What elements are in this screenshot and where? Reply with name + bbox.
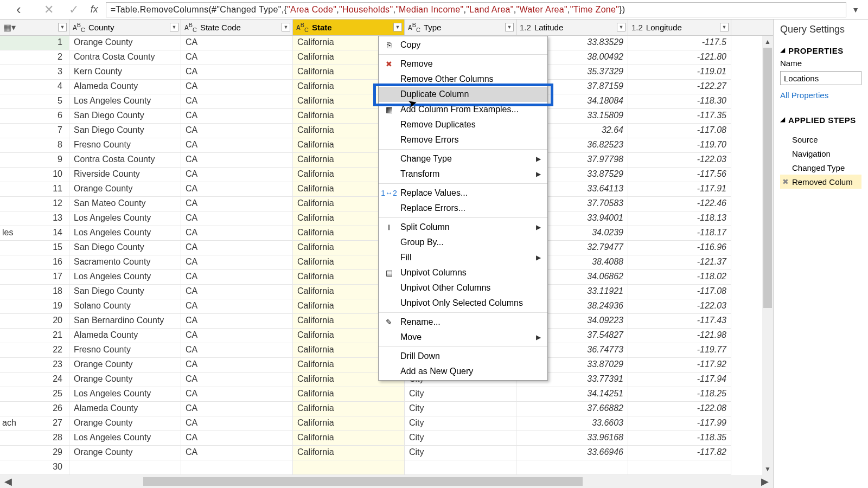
menu-unpivot[interactable]: ▤Unpivot Columns bbox=[379, 265, 547, 280]
cell-state-code[interactable]: CA bbox=[181, 446, 293, 460]
menu-split-column[interactable]: ⦀Split Column▶ bbox=[379, 220, 547, 235]
cell-longitude[interactable]: -122.03 bbox=[628, 299, 731, 314]
cell-longitude[interactable]: -122.08 bbox=[628, 402, 731, 416]
cell-county[interactable]: Riverside County bbox=[69, 168, 181, 182]
cell-state-code[interactable]: CA bbox=[181, 314, 293, 329]
collapse-icon[interactable]: ◢ bbox=[780, 46, 785, 54]
cell-county[interactable]: Orange County bbox=[69, 36, 181, 50]
menu-replace-errors[interactable]: Replace Errors... bbox=[379, 201, 547, 216]
cell-state[interactable]: California bbox=[293, 446, 405, 460]
formula-input[interactable]: = Table.RemoveColumns( #"Changed Type" ,… bbox=[106, 2, 846, 17]
cell-state-code[interactable]: CA bbox=[181, 50, 293, 65]
cell-longitude[interactable]: -117.08 bbox=[628, 124, 731, 138]
cell-county[interactable]: Los Angeles County bbox=[69, 94, 181, 109]
cell-state-code[interactable]: CA bbox=[181, 226, 293, 241]
cell-latitude[interactable]: 37.66882 bbox=[516, 402, 628, 416]
cell-state-code[interactable]: CA bbox=[181, 373, 293, 387]
cell-state-code[interactable] bbox=[181, 460, 293, 475]
applied-step[interactable]: Changed Type bbox=[780, 160, 861, 175]
filter-dropdown-icon[interactable]: ▼ bbox=[505, 23, 514, 31]
cell-state-code[interactable]: CA bbox=[181, 124, 293, 138]
cell-county[interactable]: Los Angeles County bbox=[69, 431, 181, 446]
cell-longitude[interactable]: -118.25 bbox=[628, 387, 731, 402]
cell-county[interactable]: Los Angeles County bbox=[69, 270, 181, 285]
cell-county[interactable]: Los Angeles County bbox=[69, 226, 181, 241]
scroll-left-icon[interactable]: ◀ bbox=[4, 476, 12, 487]
collapse-icon[interactable]: ◢ bbox=[780, 115, 785, 123]
cell-longitude[interactable]: -118.17 bbox=[628, 226, 731, 241]
cell-longitude[interactable]: -117.91 bbox=[628, 182, 731, 197]
cell-state-code[interactable]: CA bbox=[181, 358, 293, 373]
cell-state-code[interactable]: CA bbox=[181, 197, 293, 211]
cell-county[interactable]: San Bernardino County bbox=[69, 314, 181, 329]
column-latitude[interactable]: 1.2Latitude▼ bbox=[516, 20, 628, 35]
cell-state-code[interactable]: CA bbox=[181, 211, 293, 226]
cell-state-code[interactable]: CA bbox=[181, 168, 293, 182]
cell-county[interactable]: Orange County bbox=[69, 416, 181, 431]
cell-longitude[interactable]: -117.08 bbox=[628, 285, 731, 299]
scroll-thumb[interactable] bbox=[143, 477, 583, 486]
applied-step[interactable]: Navigation bbox=[780, 146, 861, 160]
cell-latitude[interactable]: 33.6603 bbox=[516, 416, 628, 431]
cell-state[interactable]: California bbox=[293, 402, 405, 416]
cell-state-code[interactable]: CA bbox=[181, 153, 293, 168]
cell-county[interactable]: Los Angeles County bbox=[69, 387, 181, 402]
cell-state-code[interactable]: CA bbox=[181, 270, 293, 285]
cell-county[interactable]: Alameda County bbox=[69, 402, 181, 416]
cell-county[interactable]: San Diego County bbox=[69, 285, 181, 299]
cell-county[interactable]: Kern County bbox=[69, 65, 181, 80]
column-state[interactable]: ABCState▼ bbox=[293, 20, 405, 35]
cell-county[interactable]: Alameda County bbox=[69, 329, 181, 343]
cell-state-code[interactable]: CA bbox=[181, 80, 293, 94]
cell-state-code[interactable]: CA bbox=[181, 402, 293, 416]
cell-longitude[interactable] bbox=[628, 460, 731, 475]
menu-duplicate-column[interactable]: Duplicate Column bbox=[379, 87, 547, 102]
cell-longitude[interactable]: -117.94 bbox=[628, 373, 731, 387]
formula-cancel-icon[interactable]: ✕ bbox=[36, 3, 61, 17]
menu-remove-errors[interactable]: Remove Errors bbox=[379, 132, 547, 147]
cell-longitude[interactable]: -118.13 bbox=[628, 211, 731, 226]
cell-longitude[interactable]: -117.43 bbox=[628, 314, 731, 329]
cell-longitude[interactable]: -117.56 bbox=[628, 168, 731, 182]
query-name-input[interactable] bbox=[780, 71, 861, 85]
filter-dropdown-icon[interactable]: ▼ bbox=[617, 23, 626, 31]
cell-state-code[interactable]: CA bbox=[181, 182, 293, 197]
cell-longitude[interactable]: -121.98 bbox=[628, 329, 731, 343]
table-row[interactable]: 29Orange CountyCACaliforniaCity33.66946-… bbox=[0, 446, 773, 460]
cell-state-code[interactable]: CA bbox=[181, 241, 293, 255]
menu-copy[interactable]: ⎘Copy bbox=[379, 37, 547, 53]
cell-state-code[interactable]: CA bbox=[181, 138, 293, 153]
cell-longitude[interactable]: -121.80 bbox=[628, 50, 731, 65]
column-state-code[interactable]: ABCState Code▼ bbox=[181, 20, 293, 35]
cell-state-code[interactable]: CA bbox=[181, 65, 293, 80]
cell-county[interactable]: Orange County bbox=[69, 182, 181, 197]
menu-remove-other[interactable]: Remove Other Columns bbox=[379, 72, 547, 87]
filter-dropdown-icon[interactable]: ▼ bbox=[58, 23, 67, 31]
cell-state-code[interactable]: CA bbox=[181, 255, 293, 270]
cell-state[interactable]: California bbox=[293, 387, 405, 402]
menu-rename[interactable]: ✎Rename... bbox=[379, 314, 547, 330]
filter-dropdown-icon[interactable]: ▼ bbox=[393, 23, 402, 31]
cell-county[interactable]: Los Angeles County bbox=[69, 211, 181, 226]
cell-longitude[interactable]: -119.01 bbox=[628, 65, 731, 80]
cell-state-code[interactable]: CA bbox=[181, 285, 293, 299]
cell-latitude[interactable]: 34.14251 bbox=[516, 387, 628, 402]
cell-county[interactable]: Fresno County bbox=[69, 138, 181, 153]
cell-county[interactable] bbox=[69, 460, 181, 475]
cell-county[interactable]: Solano County bbox=[69, 299, 181, 314]
menu-move[interactable]: Move▶ bbox=[379, 330, 547, 345]
vertical-scrollbar[interactable]: ▲▼ bbox=[762, 36, 773, 475]
formula-expand-icon[interactable]: ▼ bbox=[846, 5, 865, 14]
menu-replace-values[interactable]: 1↔2Replace Values... bbox=[379, 185, 547, 201]
table-row[interactable]: 30 bbox=[0, 460, 773, 475]
menu-remove[interactable]: ✖Remove bbox=[379, 56, 547, 72]
cell-state-code[interactable]: CA bbox=[181, 431, 293, 446]
menu-transform[interactable]: Transform▶ bbox=[379, 166, 547, 182]
column-type[interactable]: ABCType▼ bbox=[405, 20, 516, 35]
cell-latitude[interactable]: 33.96168 bbox=[516, 431, 628, 446]
scroll-down-icon[interactable]: ▼ bbox=[762, 463, 773, 475]
formula-accept-icon[interactable]: ✓ bbox=[61, 3, 86, 17]
table-row[interactable]: 26Alameda CountyCACaliforniaCity37.66882… bbox=[0, 402, 773, 416]
menu-remove-duplicates[interactable]: Remove Duplicates bbox=[379, 117, 547, 132]
cell-county[interactable]: Orange County bbox=[69, 446, 181, 460]
